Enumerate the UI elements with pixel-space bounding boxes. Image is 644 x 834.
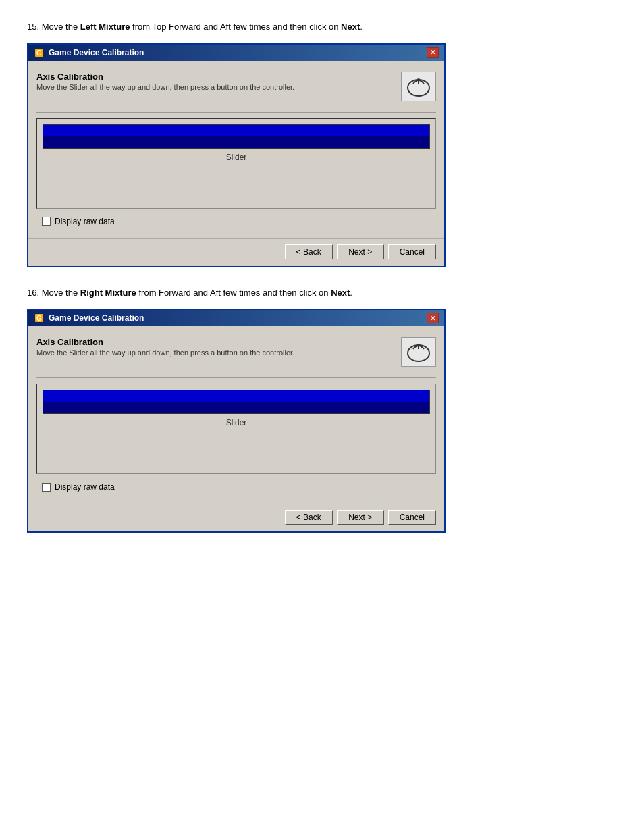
close-button-15[interactable]: ✕ [427,47,439,58]
dialog-footer-16: < Back Next > Cancel [28,504,444,531]
dialog-title-icon-16: G [34,313,45,323]
slider-track-16 [43,390,430,414]
raw-data-checkbox-15[interactable] [42,217,51,226]
back-button-16[interactable]: < Back [285,510,333,525]
close-button-16[interactable]: ✕ [427,313,439,323]
controller-icon-15 [401,72,436,101]
axis-desc-16: Move the Slider all the way up and down,… [36,348,294,357]
dialog-title-icon-15: G [34,47,45,58]
separator-16 [36,377,436,378]
svg-point-4 [417,78,420,81]
raw-data-checkbox-16[interactable] [42,483,51,492]
axis-desc-15: Move the Slider all the way up and down,… [36,83,294,91]
slider-label-15: Slider [43,153,430,162]
svg-text:G: G [36,49,42,57]
step-number-16: 16 [27,288,36,298]
slider-track-15 [43,124,430,149]
raw-data-area-16: Display raw data [36,479,436,497]
raw-data-label-15: Display raw data [55,217,115,226]
separator-15 [36,112,436,113]
cancel-button-15[interactable]: Cancel [388,244,436,259]
dialog-15: G Game Device Calibration ✕ Axis Calibra… [27,43,446,267]
dialog-footer-15: < Back Next > Cancel [28,238,444,266]
calibration-area-16: Slider [36,384,436,474]
dialog-title-text-15: Game Device Calibration [49,48,144,57]
axis-title-16: Axis Calibration [36,337,294,347]
svg-text:G: G [36,315,42,322]
next-button-16[interactable]: Next > [337,510,384,525]
back-button-15[interactable]: < Back [285,244,333,259]
instruction-15: 15. Move the Left Mixture from Top Forwa… [27,20,617,34]
dialog-titlebar-15: G Game Device Calibration ✕ [28,45,444,61]
step-number-15: 15 [27,22,36,32]
axis-header-15: Axis Calibration Move the Slider all the… [36,68,436,105]
raw-data-area-15: Display raw data [36,214,436,232]
dialog-title-text-16: Game Device Calibration [49,313,144,323]
axis-title-15: Axis Calibration [36,72,294,82]
instruction-16: 16. Move the Right Mixture from Forward … [27,286,617,300]
axis-header-16: Axis Calibration Move the Slider all the… [36,333,436,371]
calibration-area-15: Slider [36,118,436,209]
dialog-body-16: Axis Calibration Move the Slider all the… [28,326,444,504]
controller-icon-16 [401,337,436,367]
next-button-15[interactable]: Next > [337,244,384,259]
cancel-button-16[interactable]: Cancel [388,510,436,525]
slider-label-16: Slider [43,418,430,427]
dialog-16: G Game Device Calibration ✕ Axis Calibra… [27,309,446,533]
raw-data-label-16: Display raw data [55,482,115,492]
svg-point-9 [417,344,420,346]
dialog-body-15: Axis Calibration Move the Slider all the… [28,61,444,238]
dialog-titlebar-16: G Game Device Calibration ✕ [28,310,444,326]
